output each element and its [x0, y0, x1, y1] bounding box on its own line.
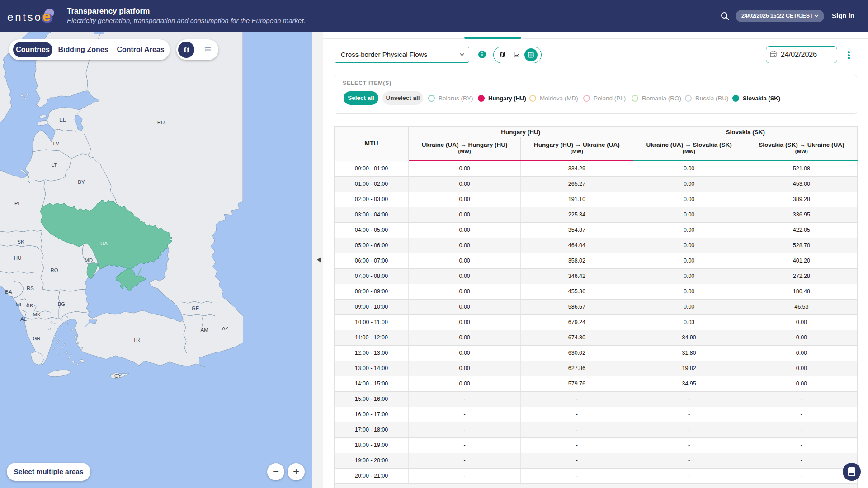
- svg-text:GR: GR: [33, 336, 40, 341]
- svg-text:BA: BA: [5, 289, 12, 295]
- svg-text:e: e: [42, 8, 51, 24]
- svg-text:CY: CY: [114, 373, 122, 379]
- svg-text:AM: AM: [200, 327, 208, 333]
- svg-text:MK: MK: [33, 312, 41, 317]
- svg-text:GE: GE: [192, 305, 199, 311]
- svg-text:SK: SK: [17, 239, 24, 244]
- svg-text:AL: AL: [20, 316, 27, 322]
- svg-text:BG: BG: [58, 301, 66, 307]
- svg-text:XK: XK: [26, 303, 33, 308]
- svg-text:entso: entso: [7, 11, 42, 23]
- svg-text:LV: LV: [53, 141, 59, 146]
- svg-text:MD: MD: [85, 258, 93, 263]
- svg-text:UA: UA: [100, 241, 108, 246]
- svg-text:PL: PL: [14, 201, 21, 206]
- svg-text:TR: TR: [133, 337, 140, 343]
- svg-text:EE: EE: [59, 117, 66, 122]
- svg-text:HU: HU: [14, 255, 22, 261]
- svg-text:ME: ME: [15, 302, 24, 307]
- svg-text:RU: RU: [157, 120, 165, 125]
- svg-text:BY: BY: [78, 179, 85, 185]
- svg-text:RO: RO: [50, 267, 58, 273]
- svg-text:LT: LT: [52, 162, 57, 168]
- svg-text:RS: RS: [27, 286, 34, 291]
- svg-text:AZ: AZ: [222, 326, 229, 331]
